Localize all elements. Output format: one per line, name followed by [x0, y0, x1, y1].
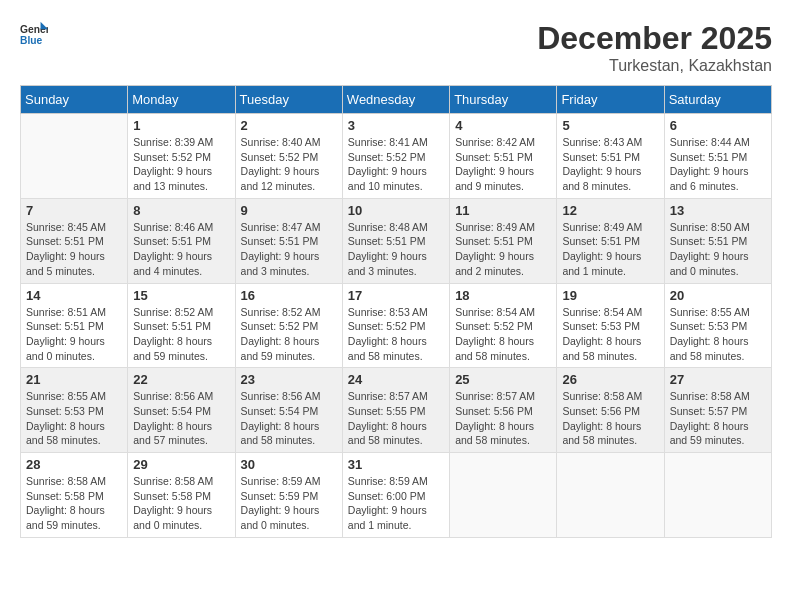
day-number: 20: [670, 288, 766, 303]
day-info: Sunrise: 8:41 AMSunset: 5:52 PMDaylight:…: [348, 135, 444, 194]
day-number: 26: [562, 372, 658, 387]
table-row: 15Sunrise: 8:52 AMSunset: 5:51 PMDayligh…: [128, 283, 235, 368]
table-row: [21, 114, 128, 199]
weekday-header-monday: Monday: [128, 86, 235, 114]
day-number: 23: [241, 372, 337, 387]
calendar-week-row: 7Sunrise: 8:45 AMSunset: 5:51 PMDaylight…: [21, 198, 772, 283]
day-number: 17: [348, 288, 444, 303]
day-number: 3: [348, 118, 444, 133]
weekday-header-friday: Friday: [557, 86, 664, 114]
table-row: 22Sunrise: 8:56 AMSunset: 5:54 PMDayligh…: [128, 368, 235, 453]
table-row: 2Sunrise: 8:40 AMSunset: 5:52 PMDaylight…: [235, 114, 342, 199]
table-row: 14Sunrise: 8:51 AMSunset: 5:51 PMDayligh…: [21, 283, 128, 368]
day-number: 19: [562, 288, 658, 303]
day-number: 25: [455, 372, 551, 387]
table-row: 1Sunrise: 8:39 AMSunset: 5:52 PMDaylight…: [128, 114, 235, 199]
day-number: 14: [26, 288, 122, 303]
day-info: Sunrise: 8:56 AMSunset: 5:54 PMDaylight:…: [241, 389, 337, 448]
day-number: 8: [133, 203, 229, 218]
day-info: Sunrise: 8:53 AMSunset: 5:52 PMDaylight:…: [348, 305, 444, 364]
table-row: 11Sunrise: 8:49 AMSunset: 5:51 PMDayligh…: [450, 198, 557, 283]
table-row: 10Sunrise: 8:48 AMSunset: 5:51 PMDayligh…: [342, 198, 449, 283]
svg-text:Blue: Blue: [20, 35, 43, 46]
table-row: 13Sunrise: 8:50 AMSunset: 5:51 PMDayligh…: [664, 198, 771, 283]
day-number: 29: [133, 457, 229, 472]
day-info: Sunrise: 8:52 AMSunset: 5:52 PMDaylight:…: [241, 305, 337, 364]
table-row: 18Sunrise: 8:54 AMSunset: 5:52 PMDayligh…: [450, 283, 557, 368]
table-row: 23Sunrise: 8:56 AMSunset: 5:54 PMDayligh…: [235, 368, 342, 453]
day-info: Sunrise: 8:58 AMSunset: 5:56 PMDaylight:…: [562, 389, 658, 448]
day-info: Sunrise: 8:48 AMSunset: 5:51 PMDaylight:…: [348, 220, 444, 279]
weekday-header-sunday: Sunday: [21, 86, 128, 114]
table-row: 27Sunrise: 8:58 AMSunset: 5:57 PMDayligh…: [664, 368, 771, 453]
weekday-header-tuesday: Tuesday: [235, 86, 342, 114]
day-info: Sunrise: 8:54 AMSunset: 5:53 PMDaylight:…: [562, 305, 658, 364]
day-number: 22: [133, 372, 229, 387]
day-number: 4: [455, 118, 551, 133]
day-number: 24: [348, 372, 444, 387]
day-info: Sunrise: 8:49 AMSunset: 5:51 PMDaylight:…: [455, 220, 551, 279]
table-row: 21Sunrise: 8:55 AMSunset: 5:53 PMDayligh…: [21, 368, 128, 453]
day-number: 10: [348, 203, 444, 218]
day-number: 27: [670, 372, 766, 387]
table-row: 5Sunrise: 8:43 AMSunset: 5:51 PMDaylight…: [557, 114, 664, 199]
calendar-week-row: 28Sunrise: 8:58 AMSunset: 5:58 PMDayligh…: [21, 453, 772, 538]
day-info: Sunrise: 8:50 AMSunset: 5:51 PMDaylight:…: [670, 220, 766, 279]
day-number: 21: [26, 372, 122, 387]
page-title: December 2025: [537, 20, 772, 57]
table-row: 31Sunrise: 8:59 AMSunset: 6:00 PMDayligh…: [342, 453, 449, 538]
day-number: 16: [241, 288, 337, 303]
calendar-week-row: 14Sunrise: 8:51 AMSunset: 5:51 PMDayligh…: [21, 283, 772, 368]
table-row: 29Sunrise: 8:58 AMSunset: 5:58 PMDayligh…: [128, 453, 235, 538]
table-row: 28Sunrise: 8:58 AMSunset: 5:58 PMDayligh…: [21, 453, 128, 538]
day-info: Sunrise: 8:44 AMSunset: 5:51 PMDaylight:…: [670, 135, 766, 194]
table-row: 19Sunrise: 8:54 AMSunset: 5:53 PMDayligh…: [557, 283, 664, 368]
table-row: 17Sunrise: 8:53 AMSunset: 5:52 PMDayligh…: [342, 283, 449, 368]
day-number: 2: [241, 118, 337, 133]
weekday-header-row: SundayMondayTuesdayWednesdayThursdayFrid…: [21, 86, 772, 114]
table-row: 24Sunrise: 8:57 AMSunset: 5:55 PMDayligh…: [342, 368, 449, 453]
table-row: 4Sunrise: 8:42 AMSunset: 5:51 PMDaylight…: [450, 114, 557, 199]
day-number: 5: [562, 118, 658, 133]
day-info: Sunrise: 8:59 AMSunset: 6:00 PMDaylight:…: [348, 474, 444, 533]
day-info: Sunrise: 8:51 AMSunset: 5:51 PMDaylight:…: [26, 305, 122, 364]
day-number: 30: [241, 457, 337, 472]
calendar-week-row: 1Sunrise: 8:39 AMSunset: 5:52 PMDaylight…: [21, 114, 772, 199]
day-info: Sunrise: 8:45 AMSunset: 5:51 PMDaylight:…: [26, 220, 122, 279]
table-row: 30Sunrise: 8:59 AMSunset: 5:59 PMDayligh…: [235, 453, 342, 538]
day-number: 11: [455, 203, 551, 218]
day-info: Sunrise: 8:58 AMSunset: 5:58 PMDaylight:…: [133, 474, 229, 533]
table-row: 8Sunrise: 8:46 AMSunset: 5:51 PMDaylight…: [128, 198, 235, 283]
day-number: 9: [241, 203, 337, 218]
table-row: 3Sunrise: 8:41 AMSunset: 5:52 PMDaylight…: [342, 114, 449, 199]
day-number: 7: [26, 203, 122, 218]
day-info: Sunrise: 8:57 AMSunset: 5:55 PMDaylight:…: [348, 389, 444, 448]
title-section: December 2025 Turkestan, Kazakhstan: [537, 20, 772, 75]
table-row: 12Sunrise: 8:49 AMSunset: 5:51 PMDayligh…: [557, 198, 664, 283]
day-info: Sunrise: 8:58 AMSunset: 5:58 PMDaylight:…: [26, 474, 122, 533]
day-info: Sunrise: 8:58 AMSunset: 5:57 PMDaylight:…: [670, 389, 766, 448]
table-row: [664, 453, 771, 538]
day-info: Sunrise: 8:46 AMSunset: 5:51 PMDaylight:…: [133, 220, 229, 279]
day-info: Sunrise: 8:56 AMSunset: 5:54 PMDaylight:…: [133, 389, 229, 448]
table-row: 6Sunrise: 8:44 AMSunset: 5:51 PMDaylight…: [664, 114, 771, 199]
table-row: 9Sunrise: 8:47 AMSunset: 5:51 PMDaylight…: [235, 198, 342, 283]
day-number: 31: [348, 457, 444, 472]
table-row: 16Sunrise: 8:52 AMSunset: 5:52 PMDayligh…: [235, 283, 342, 368]
day-number: 13: [670, 203, 766, 218]
day-number: 12: [562, 203, 658, 218]
weekday-header-saturday: Saturday: [664, 86, 771, 114]
day-info: Sunrise: 8:59 AMSunset: 5:59 PMDaylight:…: [241, 474, 337, 533]
day-info: Sunrise: 8:47 AMSunset: 5:51 PMDaylight:…: [241, 220, 337, 279]
calendar-week-row: 21Sunrise: 8:55 AMSunset: 5:53 PMDayligh…: [21, 368, 772, 453]
table-row: 26Sunrise: 8:58 AMSunset: 5:56 PMDayligh…: [557, 368, 664, 453]
weekday-header-wednesday: Wednesday: [342, 86, 449, 114]
day-number: 15: [133, 288, 229, 303]
logo: General Blue: [20, 20, 48, 48]
day-info: Sunrise: 8:49 AMSunset: 5:51 PMDaylight:…: [562, 220, 658, 279]
logo-icon: General Blue: [20, 20, 48, 48]
table-row: 25Sunrise: 8:57 AMSunset: 5:56 PMDayligh…: [450, 368, 557, 453]
table-row: 20Sunrise: 8:55 AMSunset: 5:53 PMDayligh…: [664, 283, 771, 368]
table-row: 7Sunrise: 8:45 AMSunset: 5:51 PMDaylight…: [21, 198, 128, 283]
day-number: 28: [26, 457, 122, 472]
